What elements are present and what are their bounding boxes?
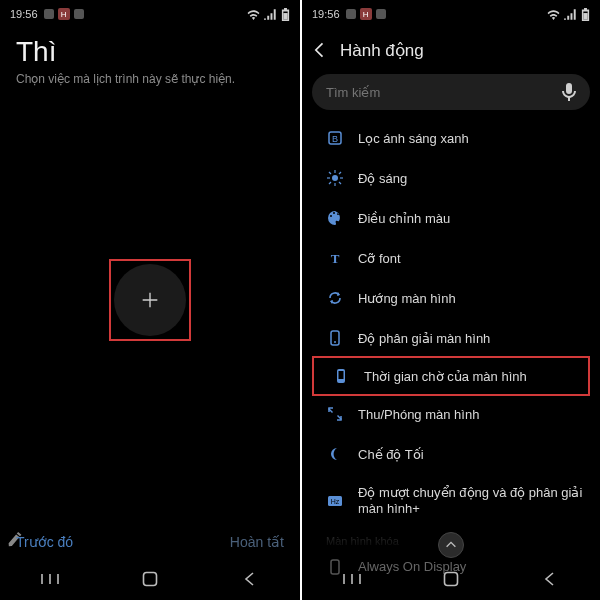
recents-button[interactable] — [332, 564, 372, 594]
status-left-icons: H — [346, 8, 386, 20]
add-action-fab[interactable] — [114, 264, 186, 336]
search-input[interactable] — [326, 85, 562, 100]
svg-line-11 — [339, 182, 341, 184]
status-icon-badge: H — [360, 8, 372, 20]
svg-rect-22 — [444, 573, 457, 586]
row-motion-smoothness[interactable]: Hz Độ mượt chuyển động và độ phân giải m… — [308, 474, 594, 529]
status-icon-2 — [376, 9, 386, 19]
header-title: Hành động — [340, 40, 424, 61]
status-right-icons — [247, 8, 290, 21]
svg-rect-18 — [339, 371, 344, 379]
back-arrow-button[interactable] — [310, 40, 330, 60]
font-icon: T — [326, 249, 344, 267]
plus-icon — [139, 289, 161, 311]
zoom-icon — [326, 405, 344, 423]
search-field[interactable] — [312, 74, 590, 110]
status-bar: 19:56 H — [0, 0, 300, 28]
row-orientation[interactable]: Hướng màn hình — [308, 278, 594, 318]
timeout-icon — [332, 367, 350, 385]
back-button[interactable] — [530, 564, 570, 594]
wifi-icon — [547, 9, 560, 20]
brightness-icon — [326, 169, 344, 187]
signal-icon — [564, 9, 577, 20]
svg-line-10 — [329, 172, 331, 174]
status-icon-1 — [346, 9, 356, 19]
chevron-left-icon — [310, 40, 330, 60]
row-resolution[interactable]: Độ phân giải màn hình — [308, 318, 594, 358]
page-title: Thì — [0, 28, 300, 70]
hz-icon: Hz — [326, 492, 344, 510]
recents-button[interactable] — [30, 564, 70, 594]
done-button[interactable]: Hoàn tất — [230, 534, 284, 550]
row-screen-timeout[interactable]: Thời gian chờ của màn hình — [314, 358, 588, 394]
svg-rect-1 — [144, 573, 157, 586]
status-icon-1 — [44, 9, 54, 19]
left-screen: 19:56 H Thì Chọn việc mà lịch trình này … — [0, 0, 300, 600]
home-button[interactable] — [431, 564, 471, 594]
chevron-up-icon — [444, 538, 458, 552]
battery-icon — [281, 8, 290, 21]
nav-bar — [0, 558, 300, 600]
svg-line-13 — [339, 172, 341, 174]
svg-text:T: T — [331, 251, 340, 266]
svg-rect-2 — [583, 13, 587, 20]
actions-list: B Lọc ánh sáng xanh Độ sáng Điều chỉnh m… — [302, 118, 600, 587]
status-right-icons — [547, 8, 590, 21]
status-time: 19:56 — [312, 8, 340, 20]
blue-light-icon: B — [326, 129, 344, 147]
fab-highlight-box — [109, 259, 191, 341]
row-font-size[interactable]: T Cỡ font — [308, 238, 594, 278]
row-screen-timeout-highlight: Thời gian chờ của màn hình — [312, 356, 590, 396]
svg-text:Hz: Hz — [331, 498, 340, 505]
page-subtitle: Chọn việc mà lịch trình này sẽ thực hiện… — [0, 70, 300, 96]
mic-icon — [562, 83, 576, 101]
row-blue-light-filter[interactable]: B Lọc ánh sáng xanh — [308, 118, 594, 158]
row-dark-mode[interactable]: Chế độ Tối — [308, 434, 594, 474]
status-time: 19:56 — [10, 8, 38, 20]
home-button[interactable] — [130, 564, 170, 594]
scroll-to-top-button[interactable] — [438, 532, 464, 558]
wifi-icon — [247, 9, 260, 20]
palette-icon — [326, 209, 344, 227]
signal-icon — [264, 9, 277, 20]
rotate-icon — [326, 289, 344, 307]
svg-text:B: B — [332, 134, 338, 144]
svg-rect-0 — [283, 13, 287, 20]
resolution-icon — [326, 329, 344, 347]
svg-point-16 — [334, 341, 336, 343]
battery-icon — [581, 8, 590, 21]
status-icon-badge: H — [58, 8, 70, 20]
status-bar: 19:56 H — [302, 0, 600, 28]
status-icon-2 — [74, 9, 84, 19]
moon-icon — [326, 445, 344, 463]
back-button[interactable] — [230, 564, 270, 594]
voice-search-button[interactable] — [562, 83, 576, 101]
svg-point-5 — [332, 175, 338, 181]
nav-bar — [302, 558, 600, 600]
row-color-adjust[interactable]: Điều chỉnh màu — [308, 198, 594, 238]
row-brightness[interactable]: Độ sáng — [308, 158, 594, 198]
svg-line-12 — [329, 182, 331, 184]
header: Hành động — [302, 28, 600, 72]
row-zoom[interactable]: Thu/Phóng màn hình — [308, 394, 594, 434]
right-screen: 19:56 H Hành động B Lọc ánh sáng xanh — [300, 0, 600, 600]
status-left-icons: H — [44, 8, 84, 20]
prev-button[interactable]: Trước đó — [16, 534, 73, 550]
